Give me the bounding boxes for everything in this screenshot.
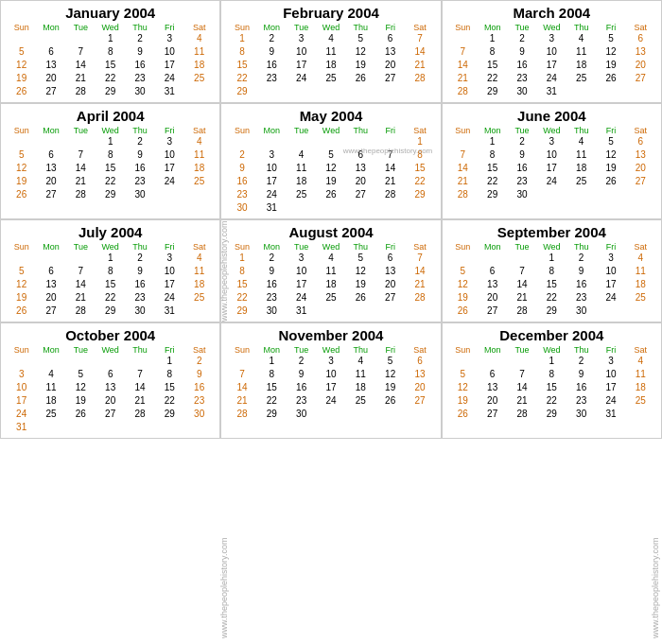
day-number: 19 [448,291,478,305]
day-number: 17 [287,278,316,291]
day-number: 14 [405,45,434,59]
day-header-sun: Sun [7,126,36,135]
day-number: 26 [316,188,345,201]
day-number: 13 [478,278,507,291]
day-header-tue: Tue [287,242,316,252]
empty-cell [478,355,507,368]
day-number: 26 [346,291,375,305]
day-number: 26 [7,305,36,318]
day-header-fri: Fri [155,345,184,355]
day-number: 21 [405,278,434,291]
day-header-sun: Sun [448,23,478,32]
day-number: 12 [596,45,625,59]
day-number: 3 [596,252,625,265]
day-number: 28 [405,291,434,305]
day-number: 4 [626,252,655,265]
month-title: May 2004 [227,108,434,124]
day-number: 25 [626,291,655,305]
day-header-tue: Tue [507,345,536,355]
day-number: 27 [375,72,405,85]
day-number: 16 [125,59,154,72]
day-number: 1 [96,32,125,45]
day-number: 27 [626,175,655,188]
day-number: 9 [287,368,316,381]
day-number: 25 [316,291,345,305]
day-header-mon: Mon [36,242,65,252]
day-number: 20 [626,59,655,72]
day-number: 29 [537,408,566,421]
day-number: 1 [227,32,256,45]
day-header-sun: Sun [448,345,478,355]
day-header-sat: Sat [184,345,214,355]
day-number: 5 [346,32,375,45]
day-number: 12 [316,162,345,175]
day-number: 30 [566,408,596,421]
day-header-wed: Wed [316,345,345,355]
day-number: 15 [478,59,507,72]
day-number: 28 [448,85,478,98]
day-number: 30 [184,408,214,421]
day-number: 18 [316,59,345,72]
day-number: 29 [227,85,256,98]
day-number: 18 [346,381,375,394]
day-number: 19 [596,59,625,72]
day-number: 26 [66,408,96,421]
day-number: 20 [478,291,507,305]
day-number: 13 [478,381,507,394]
day-number: 13 [375,265,405,278]
day-number: 9 [507,148,536,162]
day-number: 16 [257,59,287,72]
day-number: 1 [537,252,566,265]
day-header-sat: Sat [626,126,655,135]
day-number: 16 [125,162,154,175]
day-number: 19 [66,394,96,408]
day-number: 10 [155,148,184,162]
day-number: 2 [257,252,287,265]
month-title: July 2004 [7,224,214,240]
day-number: 8 [227,45,256,59]
day-number: 24 [316,394,345,408]
day-number: 28 [66,188,96,201]
day-number: 29 [96,305,125,318]
day-number: 8 [257,368,287,381]
day-number: 8 [227,265,256,278]
day-number: 5 [7,265,36,278]
day-number: 10 [316,368,345,381]
month-title: June 2004 [448,108,655,124]
day-number: 13 [626,45,655,59]
day-number: 9 [257,265,287,278]
day-number: 10 [257,162,287,175]
day-number: 17 [7,394,36,408]
day-number: 11 [566,45,596,59]
day-number: 31 [155,85,184,98]
day-number: 22 [227,72,256,85]
day-number: 10 [155,45,184,59]
day-number: 11 [184,45,214,59]
day-header-wed: Wed [316,126,345,135]
day-number: 3 [596,355,625,368]
day-number: 15 [537,278,566,291]
empty-cell [448,355,478,368]
day-number: 19 [7,175,36,188]
day-number: 1 [537,355,566,368]
day-header-sat: Sat [626,23,655,32]
day-number: 20 [346,175,375,188]
day-number: 25 [184,291,214,305]
day-number: 29 [96,188,125,201]
day-number: 31 [7,421,36,434]
day-header-thu: Thu [125,242,154,252]
day-header-wed: Wed [537,126,566,135]
day-number: 14 [227,381,256,394]
day-number: 5 [346,252,375,265]
day-header-sat: Sat [405,126,434,135]
day-header-mon: Mon [478,242,507,252]
day-number: 24 [596,291,625,305]
month-august-2004: August 2004SunMonTueWedThuFriSat12345678… [220,219,441,322]
day-number: 28 [125,408,154,421]
day-header-tue: Tue [287,345,316,355]
day-header-mon: Mon [36,23,65,32]
day-header-fri: Fri [375,126,405,135]
day-number: 27 [96,408,125,421]
day-number: 13 [36,162,65,175]
day-number: 22 [478,72,507,85]
